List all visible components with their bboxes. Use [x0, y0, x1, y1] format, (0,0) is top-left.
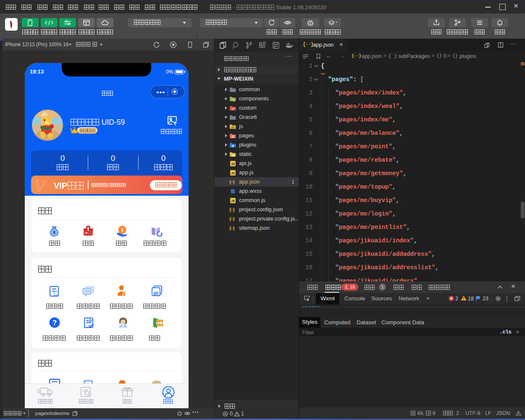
- svg-text:¥: ¥: [121, 227, 124, 233]
- svg-text:JS: JS: [231, 171, 235, 175]
- svg-text:¥: ¥: [53, 230, 56, 235]
- svg-text:?: ?: [52, 319, 57, 327]
- svg-text:JS: JS: [231, 199, 235, 203]
- svg-text:JS: JS: [231, 126, 235, 129]
- svg-text:JS: JS: [231, 162, 235, 166]
